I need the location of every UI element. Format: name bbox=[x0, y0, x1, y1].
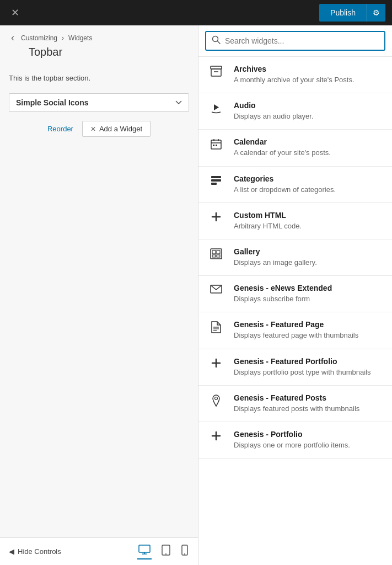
widget-actions: Reorder ✕ Add a Widget bbox=[0, 116, 198, 146]
widget-name: Genesis - Portfolio bbox=[234, 430, 383, 439]
widget-item[interactable]: Genesis - Featured Page Displays feature… bbox=[198, 312, 392, 349]
widget-info: Genesis - Featured Portfolio Displays po… bbox=[234, 357, 383, 377]
breadcrumb-bar: ‹ Customizing › Widgets bbox=[0, 25, 198, 46]
svg-point-4 bbox=[165, 553, 167, 555]
add-widget-button[interactable]: ✕ Add a Widget bbox=[82, 121, 151, 137]
widget-description: Displays an image gallery. bbox=[234, 258, 383, 268]
widget-item[interactable]: Calendar A calendar of your site's posts… bbox=[198, 130, 392, 166]
mobile-preview-button[interactable] bbox=[180, 543, 189, 559]
widget-info: Gallery Displays an image gallery. bbox=[234, 247, 383, 268]
widget-info: Genesis - Featured Posts Displays featur… bbox=[234, 393, 383, 414]
breadcrumb-widgets: Widgets bbox=[68, 34, 92, 42]
widget-info: Genesis - Featured Page Displays feature… bbox=[234, 320, 383, 340]
svg-rect-20 bbox=[211, 183, 217, 185]
widget-info: Custom HTML Arbitrary HTML code. bbox=[234, 211, 383, 231]
widget-description: Displays subscribe form bbox=[234, 294, 383, 304]
tablet-preview-button[interactable] bbox=[160, 543, 171, 559]
widget-description: Displays an audio player. bbox=[234, 111, 383, 121]
svg-rect-16 bbox=[213, 145, 214, 146]
gallery-icon bbox=[207, 248, 225, 259]
back-button[interactable]: ‹ bbox=[9, 32, 17, 44]
publish-button[interactable]: Publish bbox=[319, 4, 367, 22]
desktop-preview-button[interactable] bbox=[137, 543, 152, 559]
widget-item[interactable]: Genesis - Featured Portfolio Displays po… bbox=[198, 349, 392, 386]
widget-description: Displays featured posts with thumbnails bbox=[234, 404, 383, 414]
widget-item[interactable]: Genesis - Featured Posts Displays featur… bbox=[198, 386, 392, 422]
widget-info: Calendar A calendar of your site's posts… bbox=[234, 137, 383, 158]
svg-rect-24 bbox=[212, 250, 216, 254]
publish-area: Publish ⚙ bbox=[319, 4, 385, 22]
widget-item[interactable]: Gallery Displays an image gallery. bbox=[198, 239, 392, 276]
widget-name: Categories bbox=[234, 174, 383, 183]
left-spacer bbox=[0, 146, 198, 537]
widget-description: Displays portfolio post type with thumbn… bbox=[234, 367, 383, 377]
widget-info: Categories A list or dropdown of categor… bbox=[234, 174, 383, 195]
email-icon bbox=[207, 285, 225, 294]
svg-point-6 bbox=[184, 553, 185, 555]
widget-item[interactable]: Genesis - eNews Extended Displays subscr… bbox=[198, 276, 392, 312]
close-button[interactable]: ✕ bbox=[7, 4, 23, 21]
widget-description: A calendar of your site's posts. bbox=[234, 148, 383, 158]
audio-icon bbox=[207, 102, 225, 114]
widget-item[interactable]: Genesis - Portfolio Displays one or more… bbox=[198, 422, 392, 459]
tablet-icon bbox=[162, 545, 170, 556]
plus-icon bbox=[207, 431, 225, 441]
search-bar bbox=[198, 25, 392, 57]
categories-icon bbox=[207, 175, 225, 185]
widget-description: Arbitrary HTML code. bbox=[234, 221, 383, 231]
widget-description: Displays one or more portfolio items. bbox=[234, 440, 383, 450]
widget-description: A list or dropdown of categories. bbox=[234, 185, 383, 195]
widget-description: Displays featured page with thumbnails bbox=[234, 331, 383, 340]
bottom-bar: ◀ Hide Controls bbox=[0, 537, 198, 565]
widget-dropdown-area: Simple Social Icons bbox=[0, 89, 198, 116]
widget-info: Genesis - eNews Extended Displays subscr… bbox=[234, 284, 383, 304]
widget-item[interactable]: Categories A list or dropdown of categor… bbox=[198, 167, 392, 203]
widget-name: Genesis - Featured Posts bbox=[234, 393, 383, 402]
hide-controls-button[interactable]: ◀ Hide Controls bbox=[9, 547, 61, 556]
svg-rect-17 bbox=[216, 145, 217, 146]
mobile-icon bbox=[181, 545, 188, 556]
right-panel: Archives A monthly archive of your site'… bbox=[198, 25, 392, 565]
widget-name: Audio bbox=[234, 101, 383, 110]
preview-icons bbox=[137, 543, 189, 559]
widget-item[interactable]: Audio Displays an audio player. bbox=[198, 93, 392, 130]
page-title: Topbar bbox=[0, 46, 198, 67]
widget-name: Gallery bbox=[234, 247, 383, 256]
hide-controls-label: Hide Controls bbox=[18, 547, 61, 556]
widget-item[interactable]: Custom HTML Arbitrary HTML code. bbox=[198, 203, 392, 239]
svg-rect-19 bbox=[211, 179, 221, 182]
publish-settings-button[interactable]: ⚙ bbox=[367, 4, 385, 22]
reorder-button[interactable]: Reorder bbox=[47, 125, 73, 133]
plus-icon bbox=[207, 358, 225, 368]
widget-info: Audio Displays an audio player. bbox=[234, 101, 383, 121]
search-input[interactable] bbox=[225, 36, 379, 45]
svg-rect-10 bbox=[211, 69, 221, 76]
widget-item[interactable]: Archives A monthly archive of your site'… bbox=[198, 57, 392, 93]
breadcrumb-separator: › bbox=[62, 34, 64, 42]
svg-line-8 bbox=[218, 41, 221, 44]
search-icon bbox=[212, 35, 221, 46]
left-panel: ‹ Customizing › Widgets Topbar This is t… bbox=[0, 25, 198, 565]
prev-icon: ◀ bbox=[9, 547, 14, 556]
close-icon: ✕ bbox=[11, 7, 19, 19]
page-icon bbox=[207, 321, 225, 333]
plus-icon bbox=[207, 212, 225, 222]
widget-info: Genesis - Portfolio Displays one or more… bbox=[234, 430, 383, 450]
widget-name: Genesis - Featured Page bbox=[234, 320, 383, 329]
breadcrumb-customizing: Customizing bbox=[21, 34, 57, 42]
x-icon: ✕ bbox=[90, 125, 96, 133]
desktop-icon bbox=[138, 545, 151, 555]
svg-rect-18 bbox=[211, 176, 221, 178]
widget-name: Genesis - eNews Extended bbox=[234, 284, 383, 292]
main-layout: ‹ Customizing › Widgets Topbar This is t… bbox=[0, 25, 392, 565]
widget-info: Archives A monthly archive of your site'… bbox=[234, 65, 383, 85]
widget-name: Custom HTML bbox=[234, 211, 383, 220]
widget-name: Calendar bbox=[234, 137, 383, 146]
widget-list: Archives A monthly archive of your site'… bbox=[198, 57, 392, 459]
section-description: This is the topbar section. bbox=[0, 67, 198, 89]
widget-description: A monthly archive of your site's Posts. bbox=[234, 75, 383, 85]
widget-select[interactable]: Simple Social Icons bbox=[9, 93, 189, 112]
widget-name: Archives bbox=[234, 65, 383, 73]
calendar-icon bbox=[207, 138, 225, 150]
svg-rect-25 bbox=[217, 250, 220, 254]
